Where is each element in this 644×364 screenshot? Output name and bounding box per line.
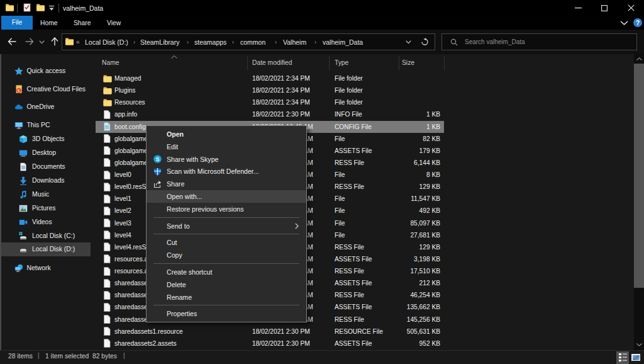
svg-text:?: ? (636, 20, 640, 26)
svg-text:S: S (155, 156, 159, 162)
